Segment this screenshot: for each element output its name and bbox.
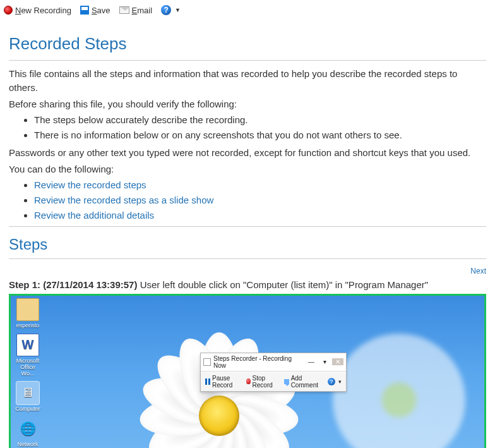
page-title: Recorded Steps xyxy=(9,34,486,54)
record-icon xyxy=(4,6,13,15)
desktop-icon[interactable]: 🖥Computer xyxy=(13,382,42,412)
icon: 🌐 xyxy=(16,417,39,440)
desktop-icon-label: Network xyxy=(13,441,42,447)
expand-button[interactable]: ▾ xyxy=(320,358,330,365)
list-item: Review the recorded steps xyxy=(34,178,486,192)
icon: 🖥 xyxy=(16,382,39,404)
mail-icon xyxy=(119,6,129,14)
review-steps-link[interactable]: Review the recorded steps xyxy=(34,179,146,190)
save-button[interactable]: Save xyxy=(80,6,110,15)
help-icon: ? xyxy=(161,5,171,15)
step-screenshot: esperistoWMicrosoft Office Wo...🖥Compute… xyxy=(9,294,486,449)
desktop-icon[interactable]: esperisto xyxy=(13,298,42,329)
divider xyxy=(9,60,486,61)
intro-text: Passwords or any other text you typed we… xyxy=(9,146,486,160)
icon xyxy=(16,298,39,321)
desktop-icon[interactable]: WMicrosoft Office Wo... xyxy=(13,334,42,377)
intro-text: This file contains all the steps and inf… xyxy=(9,67,486,95)
popup-toolbar: Pause Record Stop Record Add Comment ? ▾ xyxy=(201,372,346,391)
popup-title: Steps Recorder - Recording Now xyxy=(213,355,302,369)
pause-record-button[interactable]: Pause Record xyxy=(203,374,241,389)
pause-icon xyxy=(205,378,210,385)
desktop-icon-label: Computer xyxy=(13,406,42,412)
review-details-link[interactable]: Review the additional details xyxy=(34,210,154,221)
save-icon xyxy=(80,6,89,15)
intro-text: You can do the following: xyxy=(9,162,486,176)
toolbar: New Recording Save Email ? ▼ xyxy=(0,0,495,20)
step-nav: Next xyxy=(9,265,486,277)
comment-icon xyxy=(284,379,289,384)
minimize-button[interactable]: — xyxy=(305,358,318,365)
icon: W xyxy=(16,334,39,356)
desktop-icon[interactable]: 🌐Network xyxy=(13,417,42,447)
popup-titlebar[interactable]: Steps Recorder - Recording Now — ▾ ✕ xyxy=(201,353,346,372)
action-links-list: Review the recorded steps Review the rec… xyxy=(9,178,486,222)
step-description: Step 1: (27/11/2014 13:39:57) User left … xyxy=(9,279,486,290)
verify-list: The steps below accurately describe the … xyxy=(9,113,486,142)
review-slideshow-link[interactable]: Review the recorded steps as a slide sho… xyxy=(34,195,213,205)
new-recording-button[interactable]: New Recording xyxy=(4,6,71,15)
next-link[interactable]: Next xyxy=(470,267,486,275)
help-button[interactable]: ? ▼ xyxy=(161,5,181,15)
list-item: There is no information below or on any … xyxy=(34,128,486,142)
email-button[interactable]: Email xyxy=(119,6,153,15)
list-item: Review the additional details xyxy=(34,209,486,222)
help-icon: ? xyxy=(328,378,335,385)
steps-recorder-popup: Steps Recorder - Recording Now — ▾ ✕ Pau… xyxy=(200,353,347,392)
desktop-icon-label: Microsoft Office Wo... xyxy=(13,358,42,377)
add-comment-button[interactable]: Add Comment xyxy=(282,374,322,389)
desktop-icons: esperistoWMicrosoft Office Wo...🖥Compute… xyxy=(13,298,42,449)
chevron-down-icon: ▼ xyxy=(175,7,181,13)
list-item: Review the recorded steps as a slide sho… xyxy=(34,193,486,207)
divider xyxy=(9,258,486,259)
app-icon xyxy=(203,358,211,366)
stop-record-button[interactable]: Stop Record xyxy=(244,374,278,389)
desktop-icon-label: esperisto xyxy=(13,322,42,329)
list-item: The steps below accurately describe the … xyxy=(34,113,486,127)
chevron-down-icon: ▾ xyxy=(338,378,342,385)
stop-icon xyxy=(246,378,250,384)
steps-title: Steps xyxy=(9,236,486,253)
divider xyxy=(9,226,486,227)
intro-text: Before sharing this file, you should ver… xyxy=(9,97,486,111)
wallpaper-detail xyxy=(333,334,465,449)
close-button[interactable]: ✕ xyxy=(332,358,343,365)
popup-help-button[interactable]: ? ▾ xyxy=(326,377,343,386)
